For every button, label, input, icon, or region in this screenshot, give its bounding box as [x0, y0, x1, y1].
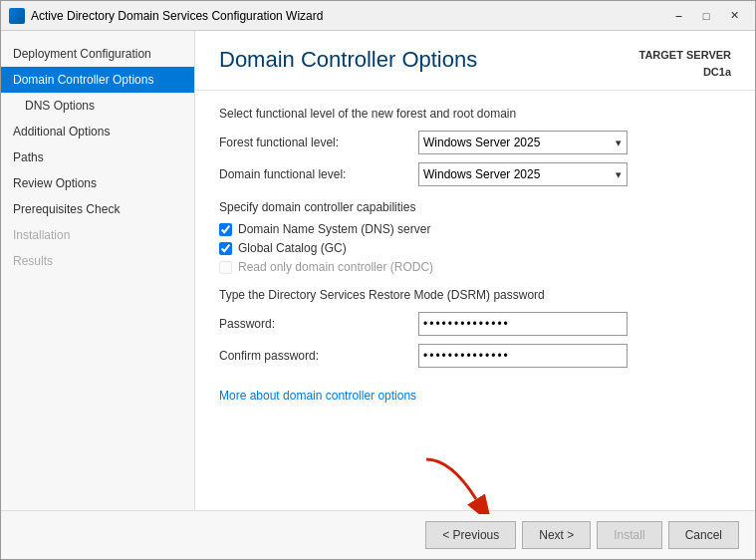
target-server-name: DC1a: [639, 64, 732, 81]
minimize-button[interactable]: ‒: [665, 6, 691, 26]
confirm-password-input[interactable]: [418, 344, 628, 368]
maximize-button[interactable]: □: [693, 6, 719, 26]
sidebar-item-prerequisites-check[interactable]: Prerequisites Check: [1, 196, 194, 222]
sidebar-item-review-options[interactable]: Review Options: [1, 170, 194, 196]
next-button[interactable]: Next >: [522, 521, 591, 549]
more-info-link[interactable]: More about domain controller options: [219, 389, 416, 403]
rodc-checkbox-row: Read only domain controller (RODC): [219, 260, 731, 274]
forest-functional-level-label: Forest functional level:: [219, 136, 418, 149]
forest-functional-level-select[interactable]: Windows Server 2025: [418, 131, 628, 154]
gc-label: Global Catalog (GC): [238, 241, 347, 255]
domain-functional-level-label: Domain functional level:: [219, 167, 418, 181]
page-title: Domain Controller Options: [219, 47, 477, 73]
capabilities-label: Specify domain controller capabilities: [219, 200, 731, 214]
app-icon: [9, 8, 25, 24]
target-server-label: TARGET SERVER: [639, 47, 732, 64]
domain-functional-level-wrapper: Windows Server 2025: [418, 162, 628, 186]
sidebar-item-results: Results: [1, 248, 194, 274]
domain-functional-level-row: Domain functional level: Windows Server …: [219, 162, 731, 186]
capabilities-section: Specify domain controller capabilities D…: [219, 200, 731, 274]
password-label: Password:: [219, 317, 418, 331]
dns-label: Domain Name System (DNS) server: [238, 222, 430, 236]
password-input[interactable]: [418, 312, 628, 336]
dsrm-label: Type the Directory Services Restore Mode…: [219, 288, 731, 302]
window-controls: ‒ □ ✕: [665, 6, 747, 26]
password-row: Password:: [219, 312, 731, 336]
previous-button[interactable]: < Previous: [425, 521, 516, 549]
gc-checkbox-row: Global Catalog (GC): [219, 241, 731, 255]
main-content: Domain Controller Options TARGET SERVER …: [195, 31, 755, 510]
target-server-info: TARGET SERVER DC1a: [639, 47, 732, 80]
bottom-bar: < Previous Next > Install Cancel: [1, 510, 755, 559]
rodc-label: Read only domain controller (RODC): [238, 260, 433, 274]
dsrm-section: Type the Directory Services Restore Mode…: [219, 288, 731, 368]
footer-link-container: More about domain controller options: [219, 388, 731, 403]
sidebar-item-paths[interactable]: Paths: [1, 144, 194, 170]
sidebar-item-additional-options[interactable]: Additional Options: [1, 119, 194, 144]
sidebar-item-dns-options[interactable]: DNS Options: [1, 93, 194, 119]
content-area: Deployment Configuration Domain Controll…: [1, 31, 755, 510]
dns-checkbox-row: Domain Name System (DNS) server: [219, 222, 731, 236]
forest-functional-level-wrapper: Windows Server 2025: [418, 131, 628, 154]
rodc-checkbox: [219, 261, 232, 274]
sidebar-item-installation: Installation: [1, 222, 194, 248]
dns-checkbox[interactable]: [219, 223, 232, 236]
domain-functional-level-select[interactable]: Windows Server 2025: [418, 162, 628, 186]
cancel-button[interactable]: Cancel: [668, 521, 739, 549]
sidebar: Deployment Configuration Domain Controll…: [1, 31, 195, 510]
sidebar-item-deployment-configuration[interactable]: Deployment Configuration: [1, 41, 194, 67]
main-header: Domain Controller Options TARGET SERVER …: [195, 31, 755, 91]
main-window: Active Directory Domain Services Configu…: [0, 0, 756, 560]
main-body: Select functional level of the new fores…: [195, 91, 755, 510]
confirm-password-label: Confirm password:: [219, 349, 418, 363]
gc-checkbox[interactable]: [219, 242, 232, 255]
title-bar: Active Directory Domain Services Configu…: [1, 1, 755, 31]
forest-functional-level-row: Forest functional level: Windows Server …: [219, 131, 731, 154]
install-button[interactable]: Install: [597, 521, 661, 549]
confirm-password-row: Confirm password:: [219, 344, 731, 368]
sidebar-item-domain-controller-options[interactable]: Domain Controller Options: [1, 67, 194, 93]
close-button[interactable]: ✕: [721, 6, 747, 26]
functional-level-label: Select functional level of the new fores…: [219, 107, 731, 121]
window-title: Active Directory Domain Services Configu…: [31, 9, 665, 23]
